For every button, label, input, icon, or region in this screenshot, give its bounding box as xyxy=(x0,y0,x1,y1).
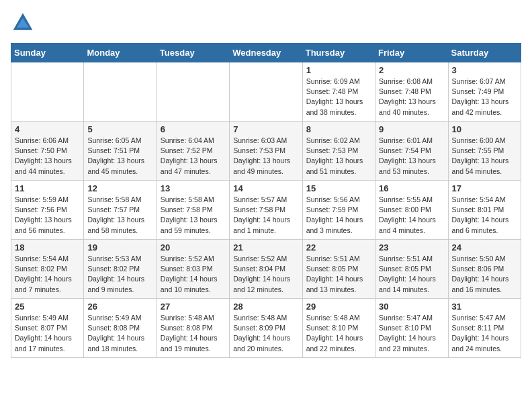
day-info: Sunrise: 5:50 AM Sunset: 8:06 PM Dayligh… xyxy=(452,254,517,295)
calendar-cell: 25Sunrise: 5:49 AM Sunset: 8:07 PM Dayli… xyxy=(11,299,84,358)
weekday-header-row: SundayMondayTuesdayWednesdayThursdayFrid… xyxy=(11,44,521,62)
day-info: Sunrise: 5:48 AM Sunset: 8:09 PM Dayligh… xyxy=(233,313,298,354)
day-number: 1 xyxy=(306,65,371,75)
day-info: Sunrise: 5:59 AM Sunset: 7:56 PM Dayligh… xyxy=(15,195,80,236)
day-info: Sunrise: 5:54 AM Sunset: 8:01 PM Dayligh… xyxy=(452,195,517,236)
weekday-header-wednesday: Wednesday xyxy=(230,44,302,62)
calendar-cell: 5Sunrise: 6:05 AM Sunset: 7:51 PM Daylig… xyxy=(84,122,157,181)
day-info: Sunrise: 5:52 AM Sunset: 8:03 PM Dayligh… xyxy=(161,254,226,295)
day-number: 22 xyxy=(306,242,371,253)
day-info: Sunrise: 6:06 AM Sunset: 7:50 PM Dayligh… xyxy=(15,136,80,177)
calendar-cell: 27Sunrise: 5:48 AM Sunset: 8:08 PM Dayli… xyxy=(157,299,229,358)
calendar-cell: 12Sunrise: 5:58 AM Sunset: 7:57 PM Dayli… xyxy=(84,181,157,240)
calendar-cell: 6Sunrise: 6:04 AM Sunset: 7:52 PM Daylig… xyxy=(157,122,229,181)
week-row-5: 25Sunrise: 5:49 AM Sunset: 8:07 PM Dayli… xyxy=(11,299,521,358)
calendar-cell: 21Sunrise: 5:52 AM Sunset: 8:04 PM Dayli… xyxy=(230,240,302,299)
day-number: 11 xyxy=(15,183,80,193)
day-info: Sunrise: 5:56 AM Sunset: 7:59 PM Dayligh… xyxy=(306,195,371,236)
day-number: 31 xyxy=(452,302,517,312)
day-number: 9 xyxy=(379,124,444,134)
week-row-3: 11Sunrise: 5:59 AM Sunset: 7:56 PM Dayli… xyxy=(11,181,521,240)
day-info: Sunrise: 6:00 AM Sunset: 7:55 PM Dayligh… xyxy=(452,136,517,177)
weekday-header-monday: Monday xyxy=(84,44,157,62)
day-number: 17 xyxy=(452,183,517,193)
page-header xyxy=(11,11,521,35)
calendar-cell: 3Sunrise: 6:07 AM Sunset: 7:49 PM Daylig… xyxy=(448,62,521,122)
day-number: 5 xyxy=(87,124,152,134)
day-number: 16 xyxy=(379,183,444,193)
calendar-cell: 1Sunrise: 6:09 AM Sunset: 7:48 PM Daylig… xyxy=(302,62,375,122)
day-info: Sunrise: 5:48 AM Sunset: 8:08 PM Dayligh… xyxy=(161,313,226,354)
day-number: 7 xyxy=(233,124,298,134)
day-number: 14 xyxy=(233,183,298,193)
day-number: 20 xyxy=(161,242,226,253)
day-info: Sunrise: 5:58 AM Sunset: 7:58 PM Dayligh… xyxy=(161,195,226,236)
day-info: Sunrise: 6:05 AM Sunset: 7:51 PM Dayligh… xyxy=(87,136,152,177)
weekday-header-tuesday: Tuesday xyxy=(157,44,229,62)
day-number: 6 xyxy=(161,124,226,134)
calendar-cell: 14Sunrise: 5:57 AM Sunset: 7:58 PM Dayli… xyxy=(230,181,302,240)
calendar-cell: 4Sunrise: 6:06 AM Sunset: 7:50 PM Daylig… xyxy=(11,122,84,181)
day-number: 15 xyxy=(306,183,371,193)
day-info: Sunrise: 5:51 AM Sunset: 8:05 PM Dayligh… xyxy=(379,254,444,295)
day-number: 19 xyxy=(87,242,152,253)
calendar-cell: 17Sunrise: 5:54 AM Sunset: 8:01 PM Dayli… xyxy=(448,181,521,240)
logo-icon xyxy=(11,11,35,35)
day-info: Sunrise: 6:04 AM Sunset: 7:52 PM Dayligh… xyxy=(161,136,226,177)
day-info: Sunrise: 5:54 AM Sunset: 8:02 PM Dayligh… xyxy=(15,254,80,295)
calendar-cell: 26Sunrise: 5:49 AM Sunset: 8:08 PM Dayli… xyxy=(84,299,157,358)
day-info: Sunrise: 5:55 AM Sunset: 8:00 PM Dayligh… xyxy=(379,195,444,236)
calendar-cell: 7Sunrise: 6:03 AM Sunset: 7:53 PM Daylig… xyxy=(230,122,302,181)
day-number: 12 xyxy=(87,183,152,193)
calendar-cell: 13Sunrise: 5:58 AM Sunset: 7:58 PM Dayli… xyxy=(157,181,229,240)
calendar-table: SundayMondayTuesdayWednesdayThursdayFrid… xyxy=(11,43,521,358)
day-number: 30 xyxy=(379,302,444,312)
calendar-cell: 19Sunrise: 5:53 AM Sunset: 8:02 PM Dayli… xyxy=(84,240,157,299)
day-info: Sunrise: 5:52 AM Sunset: 8:04 PM Dayligh… xyxy=(233,254,298,295)
day-number: 29 xyxy=(306,302,371,312)
calendar-cell: 16Sunrise: 5:55 AM Sunset: 8:00 PM Dayli… xyxy=(375,181,448,240)
day-info: Sunrise: 6:03 AM Sunset: 7:53 PM Dayligh… xyxy=(233,136,298,177)
day-number: 24 xyxy=(452,242,517,253)
calendar-cell: 11Sunrise: 5:59 AM Sunset: 7:56 PM Dayli… xyxy=(11,181,84,240)
day-number: 10 xyxy=(452,124,517,134)
calendar-cell xyxy=(230,62,302,122)
day-number: 27 xyxy=(161,302,226,312)
weekday-header-saturday: Saturday xyxy=(448,44,521,62)
week-row-4: 18Sunrise: 5:54 AM Sunset: 8:02 PM Dayli… xyxy=(11,240,521,299)
day-number: 2 xyxy=(379,65,444,75)
day-info: Sunrise: 5:47 AM Sunset: 8:11 PM Dayligh… xyxy=(452,313,517,354)
day-info: Sunrise: 5:48 AM Sunset: 8:10 PM Dayligh… xyxy=(306,313,371,354)
calendar-cell: 20Sunrise: 5:52 AM Sunset: 8:03 PM Dayli… xyxy=(157,240,229,299)
calendar-cell: 9Sunrise: 6:01 AM Sunset: 7:54 PM Daylig… xyxy=(375,122,448,181)
weekday-header-sunday: Sunday xyxy=(11,44,84,62)
day-number: 23 xyxy=(379,242,444,253)
day-info: Sunrise: 6:07 AM Sunset: 7:49 PM Dayligh… xyxy=(452,77,517,118)
calendar-cell: 8Sunrise: 6:02 AM Sunset: 7:53 PM Daylig… xyxy=(302,122,375,181)
calendar-cell: 15Sunrise: 5:56 AM Sunset: 7:59 PM Dayli… xyxy=(302,181,375,240)
day-info: Sunrise: 6:08 AM Sunset: 7:48 PM Dayligh… xyxy=(379,77,444,118)
weekday-header-thursday: Thursday xyxy=(302,44,375,62)
day-number: 18 xyxy=(15,242,80,253)
calendar-cell: 28Sunrise: 5:48 AM Sunset: 8:09 PM Dayli… xyxy=(230,299,302,358)
calendar-cell: 23Sunrise: 5:51 AM Sunset: 8:05 PM Dayli… xyxy=(375,240,448,299)
calendar-cell xyxy=(157,62,229,122)
calendar-cell: 31Sunrise: 5:47 AM Sunset: 8:11 PM Dayli… xyxy=(448,299,521,358)
calendar-cell: 30Sunrise: 5:47 AM Sunset: 8:10 PM Dayli… xyxy=(375,299,448,358)
week-row-1: 1Sunrise: 6:09 AM Sunset: 7:48 PM Daylig… xyxy=(11,62,521,122)
day-number: 28 xyxy=(233,302,298,312)
day-info: Sunrise: 5:53 AM Sunset: 8:02 PM Dayligh… xyxy=(87,254,152,295)
day-info: Sunrise: 5:51 AM Sunset: 8:05 PM Dayligh… xyxy=(306,254,371,295)
day-info: Sunrise: 6:09 AM Sunset: 7:48 PM Dayligh… xyxy=(306,77,371,118)
day-number: 26 xyxy=(87,302,152,312)
week-row-2: 4Sunrise: 6:06 AM Sunset: 7:50 PM Daylig… xyxy=(11,122,521,181)
day-info: Sunrise: 6:01 AM Sunset: 7:54 PM Dayligh… xyxy=(379,136,444,177)
calendar-cell: 22Sunrise: 5:51 AM Sunset: 8:05 PM Dayli… xyxy=(302,240,375,299)
calendar-cell: 24Sunrise: 5:50 AM Sunset: 8:06 PM Dayli… xyxy=(448,240,521,299)
day-info: Sunrise: 5:57 AM Sunset: 7:58 PM Dayligh… xyxy=(233,195,298,236)
day-number: 8 xyxy=(306,124,371,134)
day-info: Sunrise: 5:58 AM Sunset: 7:57 PM Dayligh… xyxy=(87,195,152,236)
calendar-cell: 10Sunrise: 6:00 AM Sunset: 7:55 PM Dayli… xyxy=(448,122,521,181)
day-info: Sunrise: 5:47 AM Sunset: 8:10 PM Dayligh… xyxy=(379,313,444,354)
weekday-header-friday: Friday xyxy=(375,44,448,62)
